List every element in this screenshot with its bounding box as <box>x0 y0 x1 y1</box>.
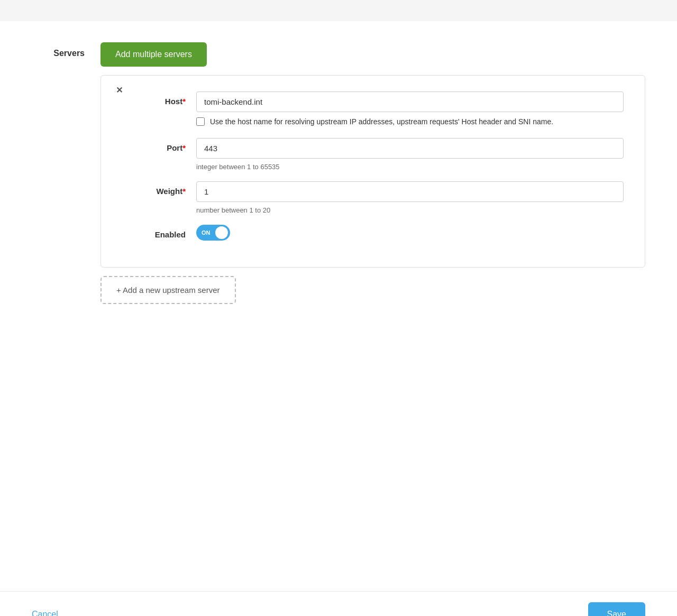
weight-row: Weight* number between 1 to 20 <box>143 181 624 214</box>
port-label: Port* <box>143 138 186 152</box>
save-button[interactable]: Save <box>588 602 645 616</box>
server-card: ✕ Host* Use the host name for resolving … <box>100 75 645 268</box>
host-label: Host* <box>143 91 186 106</box>
add-multiple-servers-button[interactable]: Add multiple servers <box>100 42 207 67</box>
main-content: Servers Add multiple servers ✕ Host* <box>0 21 677 591</box>
host-required-star: * <box>182 97 186 106</box>
checkbox-label: Use the host name for resolving upstream… <box>210 116 553 127</box>
port-hint: integer between 1 to 65535 <box>196 163 624 171</box>
enabled-toggle[interactable]: ON <box>196 225 230 241</box>
port-field-wrapper: integer between 1 to 65535 <box>196 138 624 171</box>
weight-label: Weight* <box>143 181 186 196</box>
servers-content: Add multiple servers ✕ Host* <box>100 42 645 304</box>
footer: Cancel Save <box>0 591 677 616</box>
port-row: Port* integer between 1 to 65535 <box>143 138 624 171</box>
page-container: Servers Add multiple servers ✕ Host* <box>0 21 677 616</box>
close-icon: ✕ <box>116 86 123 95</box>
port-required-star: * <box>182 143 186 152</box>
hostname-checkbox[interactable] <box>196 117 205 126</box>
remove-server-button[interactable]: ✕ <box>112 83 127 97</box>
toggle-wrapper: ON <box>196 225 230 241</box>
add-upstream-server-button[interactable]: + Add a new upstream server <box>100 276 236 304</box>
weight-hint: number between 1 to 20 <box>196 206 624 214</box>
toggle-slider: ON <box>196 225 230 241</box>
host-input[interactable] <box>196 91 624 112</box>
weight-input[interactable] <box>196 181 624 202</box>
weight-field-wrapper: number between 1 to 20 <box>196 181 624 214</box>
port-input[interactable] <box>196 138 624 159</box>
host-field-wrapper: Use the host name for resolving upstream… <box>196 91 624 127</box>
enabled-row: Enabled ON <box>143 225 624 241</box>
servers-label: Servers <box>32 42 85 58</box>
toggle-on-label: ON <box>202 229 211 236</box>
weight-required-star: * <box>182 187 186 196</box>
host-row: Host* Use the host name for resolving up… <box>143 91 624 127</box>
servers-section: Servers Add multiple servers ✕ Host* <box>32 42 645 304</box>
cancel-button[interactable]: Cancel <box>32 604 58 616</box>
enabled-label: Enabled <box>143 225 186 239</box>
checkbox-row: Use the host name for resolving upstream… <box>196 116 624 127</box>
